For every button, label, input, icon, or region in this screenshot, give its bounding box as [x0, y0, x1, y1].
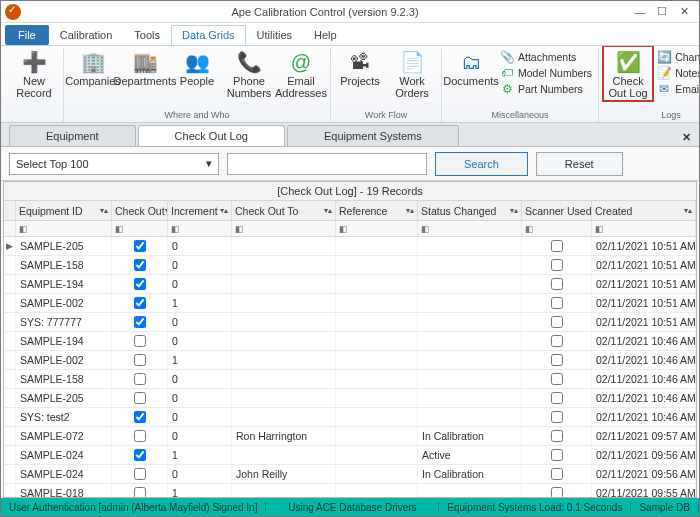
minimize-button[interactable]: —	[633, 5, 647, 19]
menu-calibration[interactable]: Calibration	[49, 25, 124, 45]
col-reference[interactable]: Reference▾▴	[336, 201, 418, 220]
search-button[interactable]: Search	[435, 152, 528, 176]
table-row[interactable]: SAMPLE-002102/11/2021 10:46 AM	[4, 351, 696, 370]
checkout-checkbox[interactable]	[134, 259, 146, 271]
scanner-checkbox[interactable]	[551, 240, 563, 252]
scanner-checkbox[interactable]	[551, 487, 563, 497]
close-button[interactable]: ✕	[677, 5, 691, 19]
table-row[interactable]: SAMPLE-018102/11/2021 09:55 AM	[4, 484, 696, 497]
notes-icon: 📝	[657, 66, 671, 80]
table-row[interactable]: SAMPLE-0241Active02/11/2021 09:56 AM	[4, 446, 696, 465]
table-row[interactable]: SAMPLE-158002/11/2021 10:51 AM	[4, 256, 696, 275]
col-check-out[interactable]: Check Out▾▴	[112, 201, 168, 220]
doc-tab-check-out-log[interactable]: Check Out Log	[138, 125, 285, 146]
table-row[interactable]: ▶SAMPLE-205002/11/2021 10:51 AM	[4, 237, 696, 256]
ribbon-check-out-log[interactable]: ✅CheckOut Log	[605, 48, 651, 99]
table-row[interactable]: SAMPLE-194002/11/2021 10:46 AM	[4, 332, 696, 351]
col-created[interactable]: Created▾▴	[592, 201, 696, 220]
ribbon-companies[interactable]: 🏢Companies	[70, 48, 116, 99]
chevron-down-icon: ▾	[206, 157, 212, 170]
table-row[interactable]: SAMPLE-0720Ron HarringtonIn Calibration0…	[4, 427, 696, 446]
table-row[interactable]: SAMPLE-002102/11/2021 10:51 AM	[4, 294, 696, 313]
scanner-checkbox[interactable]	[551, 449, 563, 461]
companies-icon: 🏢	[79, 48, 107, 76]
ribbon-projects[interactable]: 📽Projects	[337, 48, 383, 99]
menu-tools[interactable]: Tools	[123, 25, 171, 45]
search-toolbar: Select Top 100 ▾ Search Reset	[1, 147, 699, 181]
grid-title: [Check Out Log] - 19 Records	[4, 182, 696, 201]
scanner-checkbox[interactable]	[551, 335, 563, 347]
table-row[interactable]: SAMPLE-194002/11/2021 10:51 AM	[4, 275, 696, 294]
col-scanner-used[interactable]: Scanner Used▾▴	[522, 201, 592, 220]
ribbon-model-numbers[interactable]: 🏷Model Numbers	[500, 66, 592, 80]
ribbon-new-record[interactable]: ➕NewRecord	[11, 48, 57, 99]
menu-help[interactable]: Help	[303, 25, 348, 45]
document-tabs: EquipmentCheck Out LogEquipment Systems …	[1, 123, 699, 147]
maximize-button[interactable]: ☐	[655, 5, 669, 19]
scanner-checkbox[interactable]	[551, 373, 563, 385]
checkout-checkbox[interactable]	[134, 335, 146, 347]
email-activity-icon: ✉	[657, 82, 671, 96]
ribbon-people[interactable]: 👥People	[174, 48, 220, 99]
scanner-checkbox[interactable]	[551, 411, 563, 423]
scanner-checkbox[interactable]	[551, 392, 563, 404]
status-load: Equipment Systems Load: 0.1 Seconds	[439, 502, 631, 513]
ribbon-work-orders[interactable]: 📄WorkOrders	[389, 48, 435, 99]
doc-tab-equipment[interactable]: Equipment	[9, 125, 136, 146]
grid-filter-row[interactable]: ◧◧◧◧◧◧◧◧	[4, 221, 696, 237]
checkout-checkbox[interactable]	[134, 449, 146, 461]
checkout-checkbox[interactable]	[134, 240, 146, 252]
reset-button[interactable]: Reset	[536, 152, 623, 176]
ribbon-email-activity[interactable]: ✉Email Activity	[657, 82, 699, 96]
checkout-checkbox[interactable]	[134, 411, 146, 423]
ribbon-change-log[interactable]: 🔄Change Log	[657, 50, 699, 64]
col-status-changed[interactable]: Status Changed▾▴	[418, 201, 522, 220]
scanner-checkbox[interactable]	[551, 316, 563, 328]
record-limit-dropdown[interactable]: Select Top 100 ▾	[9, 153, 219, 175]
table-row[interactable]: SYS: test2002/11/2021 10:46 AM	[4, 408, 696, 427]
people-icon: 👥	[183, 48, 211, 76]
search-input[interactable]	[227, 153, 427, 175]
scanner-checkbox[interactable]	[551, 278, 563, 290]
scanner-checkbox[interactable]	[551, 430, 563, 442]
col-increment[interactable]: Increment▾▴	[168, 201, 232, 220]
col-check-out-to[interactable]: Check Out To▾▴	[232, 201, 336, 220]
menu-data-grids[interactable]: Data Grids	[171, 25, 246, 45]
menu-utilities[interactable]: Utilities	[246, 25, 303, 45]
app-icon	[5, 4, 21, 20]
checkout-checkbox[interactable]	[134, 316, 146, 328]
checkout-checkbox[interactable]	[134, 297, 146, 309]
ribbon-group-label: Miscellaneous	[492, 110, 549, 122]
doc-tab-equipment-systems[interactable]: Equipment Systems	[287, 125, 459, 146]
ribbon-email-addresses[interactable]: @EmailAddresses	[278, 48, 324, 99]
scanner-checkbox[interactable]	[551, 259, 563, 271]
scanner-checkbox[interactable]	[551, 297, 563, 309]
checkout-checkbox[interactable]	[134, 354, 146, 366]
phone-numbers-icon: 📞	[235, 48, 263, 76]
menu-file[interactable]: File	[5, 25, 49, 45]
ribbon-notes[interactable]: 📝Notes	[657, 66, 699, 80]
checkout-checkbox[interactable]	[134, 392, 146, 404]
close-tab-button[interactable]: ✕	[674, 129, 699, 146]
ribbon-departments[interactable]: 🏬Departments	[122, 48, 168, 99]
table-row[interactable]: SAMPLE-0240John ReillyIn Calibration02/1…	[4, 465, 696, 484]
table-row[interactable]: SYS: 777777002/11/2021 10:51 AM	[4, 313, 696, 332]
checkout-checkbox[interactable]	[134, 468, 146, 480]
change-log-icon: 🔄	[657, 50, 671, 64]
email-addresses-icon: @	[287, 48, 315, 76]
checkout-checkbox[interactable]	[134, 487, 146, 497]
new-record-icon: ➕	[20, 48, 48, 76]
checkout-checkbox[interactable]	[134, 430, 146, 442]
ribbon-part-numbers[interactable]: ⚙Part Numbers	[500, 82, 592, 96]
ribbon-documents[interactable]: 🗂Documents	[448, 48, 494, 96]
table-row[interactable]: SAMPLE-158002/11/2021 10:46 AM	[4, 370, 696, 389]
ribbon-attachments[interactable]: 📎Attachments	[500, 50, 592, 64]
col-equipment-id[interactable]: Equipment ID▾▴	[16, 201, 112, 220]
ribbon-phone-numbers[interactable]: 📞PhoneNumbers	[226, 48, 272, 99]
checkout-checkbox[interactable]	[134, 278, 146, 290]
documents-icon: 🗂	[457, 48, 485, 76]
checkout-checkbox[interactable]	[134, 373, 146, 385]
scanner-checkbox[interactable]	[551, 354, 563, 366]
table-row[interactable]: SAMPLE-205002/11/2021 10:46 AM	[4, 389, 696, 408]
scanner-checkbox[interactable]	[551, 468, 563, 480]
